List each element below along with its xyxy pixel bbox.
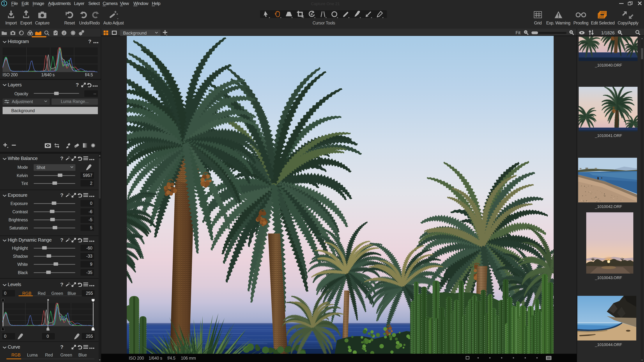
svg-text:?: ? [60,156,63,161]
svg-text:?: ? [60,192,63,198]
svg-text:?: ? [60,344,63,350]
svg-text:?: ? [88,39,91,44]
svg-text:i: i [64,31,65,35]
svg-text:?: ? [76,82,79,88]
svg-text:?: ? [60,282,63,287]
svg-text:?: ? [60,237,63,243]
